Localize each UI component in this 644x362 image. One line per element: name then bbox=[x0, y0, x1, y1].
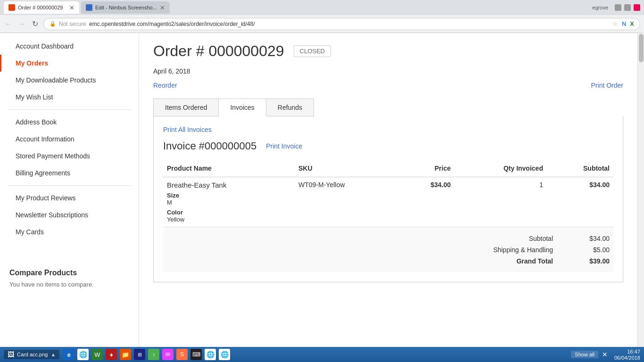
print-all-invoices-link[interactable]: Print All Invoices bbox=[163, 126, 613, 133]
invoice-table: Product Name SKU Price Qty Invoiced Subt… bbox=[163, 160, 613, 227]
close-btn[interactable] bbox=[634, 4, 640, 11]
sidebar-item-account-information[interactable]: Account Information bbox=[0, 131, 139, 148]
order-title: Order # 000000029 bbox=[153, 42, 284, 60]
maximize-btn[interactable] bbox=[624, 4, 631, 11]
address-url: emc.opentestdrive.com/magento2/sales/ord… bbox=[89, 21, 255, 27]
order-actions: Reorder Print Order bbox=[153, 82, 623, 89]
compare-empty-text: You have no items to compare. bbox=[9, 281, 129, 288]
sidebar-item-newsletter-subscriptions[interactable]: Newsletter Subscriptions bbox=[0, 206, 139, 223]
invoice-number: Invoice #000000005 bbox=[163, 140, 256, 152]
shipping-row: Shipping & Handling $5.00 bbox=[167, 246, 610, 254]
col-qty-invoiced: Qty Invoiced bbox=[454, 160, 547, 177]
tab-favicon-2 bbox=[86, 4, 92, 11]
minimize-btn[interactable] bbox=[615, 4, 621, 11]
tab-close-1[interactable]: ✕ bbox=[69, 4, 74, 11]
product-name-cell: Breathe-Easy Tank Size M Color Yellow bbox=[163, 177, 295, 227]
qty-cell: 1 bbox=[454, 177, 547, 227]
tab-refunds[interactable]: Refunds bbox=[266, 99, 314, 116]
tab-label-1: Order # 000000029 bbox=[18, 5, 66, 10]
color-value: Yellow bbox=[167, 216, 291, 223]
star-icon[interactable]: ☆ bbox=[612, 20, 618, 27]
col-product-name: Product Name bbox=[163, 160, 295, 177]
back-btn[interactable]: ← bbox=[4, 20, 13, 28]
sidebar-item-my-downloadable-products[interactable]: My Downloadable Products bbox=[0, 72, 139, 89]
print-order-link[interactable]: Print Order bbox=[591, 82, 623, 89]
tab-invoices[interactable]: Invoices bbox=[219, 99, 266, 116]
print-invoice-link[interactable]: Print Invoice bbox=[266, 142, 302, 150]
compare-title: Compare Products bbox=[9, 269, 129, 277]
url-bar[interactable]: 🔒 Not secure emc.opentestdrive.com/magen… bbox=[43, 18, 640, 30]
sidebar-item-account-dashboard[interactable]: Account Dashboard bbox=[0, 38, 139, 55]
shipping-label: Shipping & Handling bbox=[478, 246, 553, 254]
order-tabs: Items Ordered Invoices Refunds bbox=[153, 99, 623, 116]
compare-products-section: Compare Products You have no items to co… bbox=[0, 259, 139, 293]
window-controls: egrove bbox=[592, 4, 640, 11]
refresh-btn[interactable]: ↻ bbox=[30, 19, 40, 28]
sidebar-item-stored-payment-methods[interactable]: Stored Payment Methods bbox=[0, 148, 139, 165]
browser-titlebar: Order # 000000029 ✕ Edit - Nimbus Screen… bbox=[0, 0, 644, 15]
invoice-panel: Print All Invoices Invoice #000000005 Pr… bbox=[153, 116, 623, 282]
scrollbar-thumb[interactable] bbox=[639, 34, 644, 62]
reorder-link[interactable]: Reorder bbox=[153, 82, 177, 89]
subtotal-row: Subtotal $34.00 bbox=[167, 235, 610, 242]
lock-icon: 🔒 bbox=[50, 21, 56, 27]
price-cell: $34.00 bbox=[400, 177, 454, 227]
sidebar-divider-2 bbox=[7, 185, 132, 186]
grand-total-row: Grand Total $39.00 bbox=[167, 257, 610, 265]
forward-btn[interactable]: → bbox=[17, 20, 26, 28]
inactive-tab[interactable]: Edit - Nimbus Screensho... ✕ bbox=[81, 1, 170, 14]
active-tab[interactable]: Order # 000000029 ✕ bbox=[4, 1, 79, 14]
sidebar-item-my-product-reviews[interactable]: My Product Reviews bbox=[0, 189, 139, 206]
order-date: April 6, 2018 bbox=[153, 65, 623, 82]
address-icons: ☆ N X bbox=[612, 20, 634, 27]
col-subtotal: Subtotal bbox=[547, 160, 613, 177]
order-status-badge: CLOSED bbox=[294, 45, 331, 57]
shipping-value: $5.00 bbox=[572, 246, 610, 254]
sidebar-divider-1 bbox=[7, 109, 132, 110]
product-name: Breathe-Easy Tank bbox=[167, 181, 291, 189]
tab-items-ordered[interactable]: Items Ordered bbox=[153, 99, 219, 116]
grand-total-label: Grand Total bbox=[478, 257, 553, 265]
sidebar: Account Dashboard My Orders My Downloada… bbox=[0, 33, 139, 347]
page-wrapper: Account Dashboard My Orders My Downloada… bbox=[0, 33, 644, 347]
col-price: Price bbox=[400, 160, 454, 177]
sidebar-item-my-cards[interactable]: My Cards bbox=[0, 223, 139, 240]
totals-section: Subtotal $34.00 Shipping & Handling $5.0… bbox=[163, 227, 613, 272]
main-content: Order # 000000029 CLOSED April 6, 2018 R… bbox=[139, 33, 637, 347]
subtotal-label: Subtotal bbox=[478, 235, 553, 242]
user-label: egrove bbox=[592, 5, 608, 10]
color-label: Color bbox=[167, 209, 291, 216]
tab-close-2[interactable]: ✕ bbox=[160, 4, 165, 11]
scrollbar-track[interactable] bbox=[637, 33, 644, 347]
nimbus-icon[interactable]: N bbox=[622, 20, 626, 27]
address-bar-row: ← → ↻ 🔒 Not secure emc.opentestdrive.com… bbox=[0, 15, 644, 33]
size-label: Size bbox=[167, 192, 291, 199]
excel-icon[interactable]: X bbox=[630, 20, 634, 27]
sidebar-item-my-wish-list[interactable]: My Wish List bbox=[0, 89, 139, 106]
security-label: Not secure bbox=[59, 21, 86, 27]
tab-favicon-1 bbox=[8, 4, 15, 11]
size-value: M bbox=[167, 199, 291, 206]
sidebar-item-billing-agreements[interactable]: Billing Agreements bbox=[0, 165, 139, 181]
sidebar-item-my-orders[interactable]: My Orders bbox=[0, 55, 139, 72]
table-row: Breathe-Easy Tank Size M Color Yellow WT… bbox=[163, 177, 613, 227]
grand-total-value: $39.00 bbox=[572, 257, 610, 265]
col-sku: SKU bbox=[295, 160, 400, 177]
sku-cell: WT09-M-Yellow bbox=[295, 177, 400, 227]
invoice-header: Invoice #000000005 Print Invoice bbox=[163, 140, 613, 152]
sidebar-item-address-book[interactable]: Address Book bbox=[0, 114, 139, 131]
order-header: Order # 000000029 CLOSED bbox=[153, 33, 623, 65]
tab-label-2: Edit - Nimbus Screensho... bbox=[95, 5, 157, 10]
subtotal-cell: $34.00 bbox=[547, 177, 613, 227]
subtotal-value: $34.00 bbox=[572, 235, 610, 242]
